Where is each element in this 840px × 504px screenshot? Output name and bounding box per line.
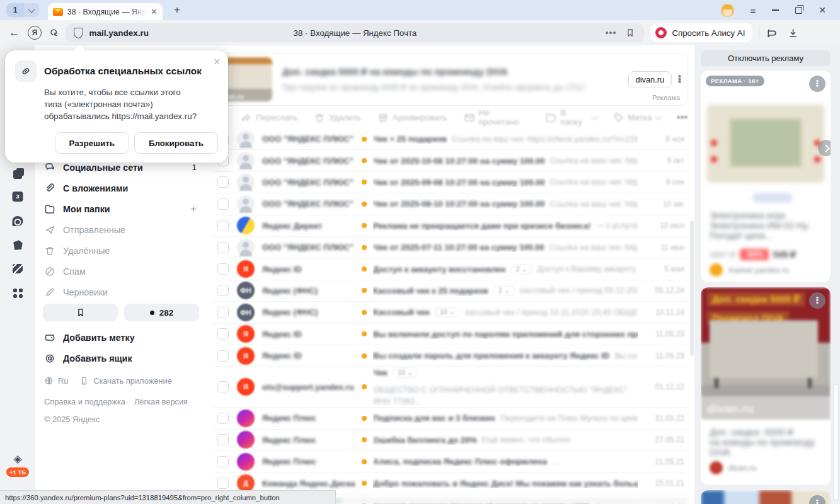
reload-button[interactable]: ⟳ [47, 26, 61, 39]
row-checkbox[interactable] [217, 285, 229, 296]
ad-menu-icon[interactable]: ••• [809, 292, 826, 309]
message-row[interactable]: Я Яндекс ID Вы создали пароль для прилож… [213, 345, 688, 367]
messenger-icon[interactable] [13, 216, 23, 226]
tab-counter[interactable]: 1 [6, 3, 24, 17]
top-ad-banner[interactable]: divan.ru Доп. скидка 5000 ₽ на комоды по… [213, 53, 688, 106]
toolbar-archive-button[interactable]: Архивировать [377, 112, 447, 123]
ad-carousel-next-icon[interactable] [818, 140, 831, 156]
sidebar-folder-Удалённые[interactable]: Удалённые + [35, 240, 208, 261]
toolbar-more-icon[interactable]: ••• [677, 112, 688, 122]
popup-close-icon[interactable]: ✕ [213, 57, 221, 67]
new-tab-button[interactable]: + [174, 4, 180, 16]
ad-card-divan[interactable]: ••• Доп. скидка 5000 ₽ Промокод DIVA div… [701, 287, 831, 485]
toolbar-trash-button[interactable]: Удалить [314, 112, 361, 123]
message-row[interactable]: ООО "ЯНДЕКС ПЛЮС" Чек + 25 подарков Ссыл… [213, 129, 688, 150]
tab-list-chevron[interactable] [24, 3, 39, 17]
row-checkbox[interactable] [217, 381, 229, 392]
ad-card-game[interactable]: РЕКЛАМА · 16+ ••• Электроника игра Элект… [701, 71, 831, 282]
address-bar[interactable]: mail.yandex.ru 38 · Входящие — Яндекс По… [66, 23, 644, 42]
row-checkbox[interactable] [217, 220, 229, 231]
window-close-button[interactable]: ✕ [819, 5, 826, 15]
sidebar-folder-Спам[interactable]: Спам + [35, 261, 208, 282]
message-row[interactable]: Яндекс Плюс Алиса, подписка Яндекс Плюс … [213, 451, 688, 472]
site-security-icon[interactable] [74, 28, 83, 38]
list-scrollbar-thumb[interactable] [690, 220, 694, 356]
message-row[interactable]: ООО "ЯНДЕКС ПЛЮС" Чек от 2025-10-08 10:2… [213, 150, 688, 171]
storage-badge[interactable]: +1 ТБ [6, 467, 29, 477]
ad-menu-icon[interactable]: ••• [678, 75, 681, 84]
attachment-count-chip[interactable]: 10 ⌄ [435, 307, 461, 318]
advertiser-button[interactable]: divan.ru [628, 71, 672, 88]
row-checkbox[interactable] [217, 434, 229, 445]
bookmark-icon[interactable] [625, 28, 635, 38]
message-row[interactable]: Я Яндекс ID Доступ к аккаунту восстановл… [213, 258, 688, 280]
saved-bookmarks-button[interactable] [43, 304, 118, 321]
message-row[interactable]: ФН Яндекс (ФНС) Кассовый чек к 25 подарк… [213, 280, 688, 302]
help-support-link[interactable]: Справка и поддержка [44, 397, 125, 406]
ask-alice-button[interactable]: Спросить Алису AI [650, 23, 752, 42]
window-restore-button[interactable] [795, 7, 802, 14]
sidebar-folder-Черновики[interactable]: Черновики + [35, 282, 208, 302]
ad-link[interactable]: market.yandex.ru [728, 266, 790, 275]
browser-menu-icon[interactable]: ≡ [751, 5, 756, 16]
row-checkbox[interactable] [217, 456, 229, 467]
back-button[interactable]: ← [9, 26, 20, 39]
documents-icon[interactable] [13, 170, 22, 179]
window-scrollbar-thumb[interactable] [833, 384, 839, 500]
message-row[interactable]: Яндекс Плюс Подписка для вас и 3 близких… [213, 408, 688, 429]
row-checkbox[interactable] [217, 263, 229, 275]
download-icon[interactable] [788, 28, 798, 38]
add-mailbox-button[interactable]: Добавить ящик [35, 348, 208, 369]
message-row[interactable]: ООО "ЯНДЕКС ПЛЮС" Чек от 2025-09-08 10:2… [213, 172, 688, 193]
toolbar-forward-button[interactable]: Переслать [241, 112, 297, 123]
toolbar-folder-button[interactable]: В папку [545, 108, 596, 127]
yandex-home-button[interactable]: Я [28, 26, 42, 40]
services-grid-icon[interactable] [13, 288, 23, 298]
message-row[interactable]: ООО "ЯНДЕКС ПЛЮС" Чек от 2025-08-10 10:2… [213, 193, 688, 215]
collections-icon[interactable] [766, 27, 778, 39]
attachment-count-chip[interactable]: 10 ⌄ [393, 367, 418, 378]
disable-ads-button[interactable]: Отключить рекламу [701, 50, 831, 66]
sidebar-folder-Отправленные[interactable]: Отправленные + [35, 219, 208, 240]
row-checkbox[interactable] [217, 478, 229, 489]
active-tab[interactable]: 38 · Входящие — Яндек ✕ [48, 3, 163, 20]
row-checkbox[interactable] [217, 176, 229, 188]
ad-card-partial[interactable]: ••• [701, 490, 831, 504]
download-app-link[interactable]: Скачать приложение [79, 376, 171, 386]
window-minimize-button[interactable] [772, 9, 779, 11]
add-folder-icon[interactable]: + [190, 203, 197, 215]
browser-profile-avatar[interactable] [721, 4, 734, 17]
ad-link[interactable]: divan.ru [728, 464, 756, 472]
row-checkbox[interactable] [217, 242, 229, 253]
unread-filter-button[interactable]: 282 [124, 304, 199, 321]
language-switch[interactable]: Ru [44, 376, 68, 386]
sidebar-folder-С вложениями[interactable]: С вложениями + [35, 178, 208, 198]
attachment-count-chip[interactable]: 2 ⌄ [510, 264, 532, 275]
tab-close-icon[interactable]: ✕ [151, 8, 158, 16]
address-more-icon[interactable]: ••• [606, 28, 617, 38]
toolbar-tag-button[interactable]: Метка [613, 112, 661, 123]
message-row[interactable]: Яндекс Директ Реклама не прекращается да… [213, 215, 688, 237]
toolbar-unread-button[interactable]: Не прочитано [464, 108, 529, 127]
message-row[interactable]: ФН Яндекс (ФНС) Кассовый чек 10 ⌄ кассов… [213, 302, 688, 323]
folder-stack-icon[interactable] [13, 240, 23, 250]
premium-gem-icon[interactable]: ◈ [13, 454, 21, 464]
allow-button[interactable]: Разрешить [55, 132, 129, 154]
row-checkbox[interactable] [217, 413, 229, 424]
message-row[interactable]: Я ots@support.yandex.ru Чек10 ⌄ОБЩЕСТВО … [213, 367, 688, 408]
row-checkbox[interactable] [217, 198, 229, 210]
message-row[interactable]: ООО "ЯНДЕКС ПЛЮС" Чек от 2025-07-11 10:2… [213, 237, 688, 258]
message-row[interactable]: Яндекс Плюс Ошибка биллинга до 20% Ещё в… [213, 430, 688, 451]
attachment-count-chip[interactable]: 2 ⌄ [493, 285, 515, 296]
row-checkbox[interactable] [217, 307, 229, 318]
sidebar-folder-Мои папки[interactable]: Мои папки + [35, 198, 208, 219]
message-row[interactable]: Я Яндекс ID Вы включили доступ по пароля… [213, 324, 688, 345]
add-label-button[interactable]: Добавить метку [35, 327, 208, 348]
ad-menu-icon[interactable]: ••• [809, 76, 826, 92]
light-version-link[interactable]: Лёгкая версия [134, 397, 188, 406]
row-checkbox[interactable] [217, 328, 229, 340]
notes-icon[interactable] [13, 264, 23, 273]
block-button[interactable]: Блокировать [134, 132, 218, 154]
row-checkbox[interactable] [217, 350, 229, 362]
calendar-icon[interactable]: 3 [13, 192, 23, 202]
